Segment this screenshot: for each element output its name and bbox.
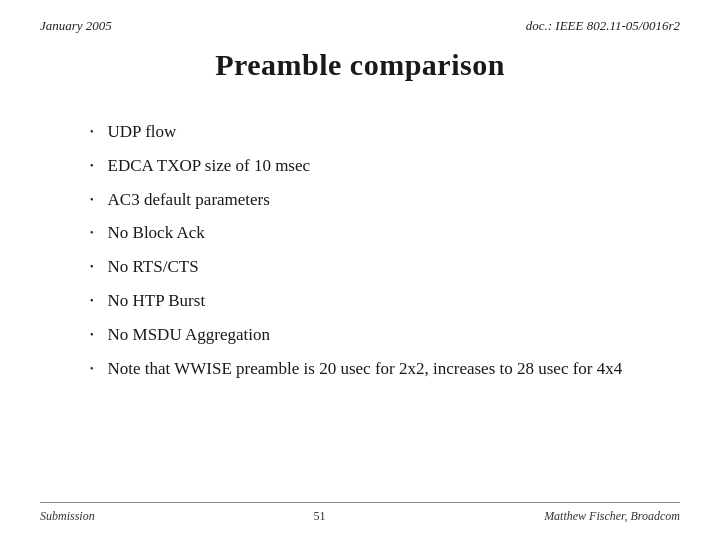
list-item: •No Block Ack: [90, 221, 680, 245]
bullet-icon: •: [90, 328, 94, 342]
bullet-icon: •: [90, 362, 94, 376]
bullet-icon: •: [90, 226, 94, 240]
bullet-icon: •: [90, 125, 94, 139]
list-item-text: No HTP Burst: [108, 289, 680, 313]
list-item-text: No MSDU Aggregation: [108, 323, 680, 347]
list-item-text: Note that WWISE preamble is 20 usec for …: [108, 357, 680, 381]
list-item: •No RTS/CTS: [90, 255, 680, 279]
list-item-text: No Block Ack: [108, 221, 680, 245]
title-section: Preamble comparison: [40, 48, 680, 82]
list-item-text: No RTS/CTS: [108, 255, 680, 279]
slide-page: January 2005 doc.: IEEE 802.11-05/0016r2…: [0, 0, 720, 540]
header-date: January 2005: [40, 18, 112, 34]
list-item-text: UDP flow: [108, 120, 680, 144]
slide-footer: Submission 51 Matthew Fischer, Broadcom: [40, 502, 680, 524]
slide-content: •UDP flow•EDCA TXOP size of 10 msec•AC3 …: [40, 110, 680, 502]
list-item-text: AC3 default parameters: [108, 188, 680, 212]
slide-title: Preamble comparison: [40, 48, 680, 82]
list-item-text: EDCA TXOP size of 10 msec: [108, 154, 680, 178]
list-item: •No HTP Burst: [90, 289, 680, 313]
footer-submission: Submission: [40, 509, 95, 524]
bullet-icon: •: [90, 294, 94, 308]
list-item: •AC3 default parameters: [90, 188, 680, 212]
bullet-icon: •: [90, 260, 94, 274]
bullet-icon: •: [90, 159, 94, 173]
list-item: •EDCA TXOP size of 10 msec: [90, 154, 680, 178]
footer-page-number: 51: [313, 509, 325, 524]
bullet-icon: •: [90, 193, 94, 207]
slide-header: January 2005 doc.: IEEE 802.11-05/0016r2: [40, 18, 680, 34]
footer-author: Matthew Fischer, Broadcom: [544, 509, 680, 524]
list-item: •UDP flow: [90, 120, 680, 144]
list-item: •Note that WWISE preamble is 20 usec for…: [90, 357, 680, 381]
list-item: •No MSDU Aggregation: [90, 323, 680, 347]
bullet-list: •UDP flow•EDCA TXOP size of 10 msec•AC3 …: [90, 120, 680, 380]
header-doc: doc.: IEEE 802.11-05/0016r2: [526, 18, 680, 34]
